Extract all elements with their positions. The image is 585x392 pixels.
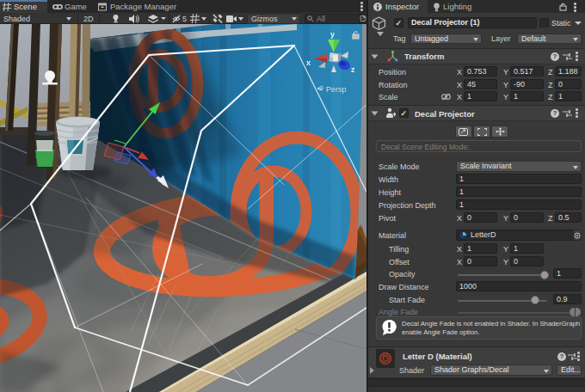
- svg-text:x: x: [306, 58, 311, 67]
- svg-text:y: y: [330, 30, 335, 39]
- svg-text:Persp: Persp: [326, 85, 347, 94]
- svg-text:z: z: [351, 65, 355, 74]
